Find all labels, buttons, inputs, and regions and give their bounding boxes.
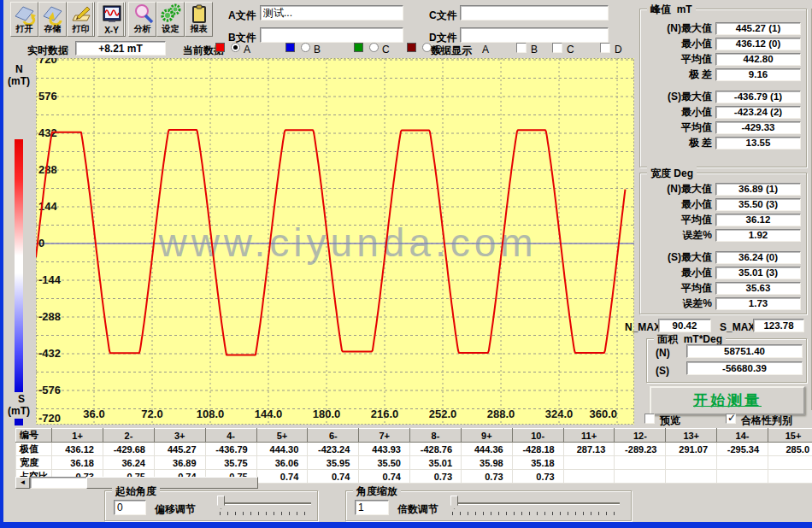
angle-zoom-title: 角度缩放 [353, 484, 401, 499]
table-cell: 36.18 [52, 456, 103, 470]
stat-value: 36.89 (1) [715, 183, 801, 196]
area-panel: 面积 mT*Deg (N) 58751.40 (S) -56680.39 [646, 338, 807, 383]
file-c-input[interactable] [460, 5, 609, 21]
stat-value: -423.24 (2) [715, 106, 801, 119]
channel-a-radio[interactable] [231, 43, 240, 52]
window-border-bottom [3, 522, 812, 528]
zoom-slider-track[interactable] [453, 502, 620, 504]
table-cell [666, 456, 717, 470]
display-d-checkbox[interactable] [600, 43, 610, 53]
x-tick-label: 216.0 [371, 408, 399, 420]
stat-row: 平均值-429.33 [644, 120, 803, 135]
toolbar-button-label: 存储 [39, 23, 66, 35]
zoom-slider-thumb[interactable] [450, 496, 458, 509]
toolbar-button-open[interactable]: 打开 [10, 2, 38, 37]
x-tick-label: 36.0 [83, 408, 104, 420]
peak-panel: 峰值 mT (N)最大值445.27 (1)最小值436.12 (0)平均值44… [639, 9, 807, 167]
stat-value: 13.55 [715, 137, 801, 150]
stat-value: 442.80 [715, 53, 801, 66]
stat-row: 极 差9.16 [644, 67, 803, 82]
table-cell: -295.34 [717, 443, 768, 456]
peak-panel-title: 峰值 mT [647, 3, 696, 17]
stat-row: (S)最大值36.24 (0) [644, 249, 803, 265]
qualify-checkbox[interactable] [726, 414, 736, 424]
toolbar-button-report[interactable]: 报表 [185, 2, 213, 37]
table-cell: 445.27 [154, 443, 205, 456]
file-a-input[interactable] [260, 5, 403, 21]
table-cell [768, 470, 812, 484]
table-cell: 444.36 [462, 443, 513, 456]
realtime-value [75, 41, 166, 56]
area-s-label: (S) [656, 365, 669, 377]
angle-zoom-input[interactable] [355, 500, 389, 515]
toolbar-button-analyze[interactable]: 分析 [128, 2, 156, 37]
display-c-checkbox[interactable] [552, 43, 562, 53]
display-b-label: B [531, 44, 538, 56]
peak-panel-rows: (N)最大值445.27 (1)最小值436.12 (0)平均值442.80极 … [640, 9, 806, 150]
stat-label: 平均值 [644, 52, 715, 67]
angle-zoom-group: 角度缩放 倍数调节 [345, 490, 632, 521]
table-row: 极值436.12-429.68445.27-436.79444.30-423.2… [16, 443, 812, 456]
table-cell: 291.07 [666, 443, 717, 456]
x-tick-label: 108.0 [197, 408, 225, 420]
table-cell: 443.93 [359, 443, 410, 456]
toolbar: 打开存储打印X-Y分析设定报表 [3, 0, 226, 38]
table-cell: -436.79 [205, 443, 256, 456]
toolbar-button-print[interactable]: 打印 [67, 2, 95, 37]
table-cell: 35.50 [359, 456, 410, 470]
table-row: 宽度36.1836.2436.8935.7536.0635.9535.5035.… [16, 456, 812, 470]
table-cell: 35.01 [409, 456, 461, 470]
offset-slider-track[interactable] [221, 502, 311, 504]
area-s-value: -56680.39 [686, 361, 803, 375]
channel-b-radio[interactable] [301, 43, 310, 52]
toolbar-button-label: 打开 [11, 23, 38, 35]
table-cell [717, 470, 768, 484]
toolbar-button-settings[interactable]: 设定 [156, 2, 185, 37]
toolbar-separator [123, 3, 125, 36]
file-b-input[interactable] [260, 27, 403, 43]
data-display-label: 数据显示 [431, 44, 472, 58]
stat-row: 极 差13.55 [644, 135, 803, 150]
toolbar-button-label: 分析 [129, 23, 156, 35]
stat-label: 极 差 [644, 67, 715, 82]
y-tick-label: -432 [38, 347, 61, 360]
start-measure-button[interactable]: 开始测量 [650, 386, 805, 415]
table-cell: 0.74 [256, 470, 308, 484]
y-tick-label: -720 [38, 412, 61, 425]
table-cell: -428.76 [409, 443, 461, 456]
stat-row: 平均值35.63 [644, 280, 803, 296]
stat-label: 平均值 [644, 120, 715, 135]
axis-n-unit: (mT) [8, 75, 30, 87]
table-cell: 287.13 [563, 443, 615, 456]
stat-label: 最小值 [644, 266, 715, 280]
toolbar-button-xy[interactable]: X-Y [97, 2, 126, 37]
x-tick-label: 72.0 [141, 408, 162, 420]
table-cell: 36.06 [256, 456, 308, 470]
file-d-input[interactable] [460, 27, 609, 43]
stat-label: 误差% [644, 228, 715, 243]
table-scroll-left-button[interactable]: ◄ [15, 477, 30, 489]
offset-slider-thumb[interactable] [217, 496, 225, 509]
table-cell: 36.24 [103, 456, 154, 470]
stat-label: 误差% [644, 296, 715, 311]
start-angle-input[interactable] [114, 500, 146, 515]
y-tick-label: 0 [38, 237, 44, 249]
table-cell: 0.73 [409, 470, 461, 484]
smax-value: 123.78 [753, 319, 804, 332]
start-angle-title: 起始角度 [112, 484, 160, 499]
y-tick-label: -576 [38, 384, 61, 396]
stat-row: 平均值36.12 [644, 212, 803, 227]
display-b-checkbox[interactable] [516, 43, 527, 53]
table-row-label: 宽度 [16, 456, 52, 470]
table-col-header: 4- [205, 429, 256, 443]
stat-value: 9.16 [715, 68, 801, 81]
preview-checkbox[interactable] [644, 414, 655, 424]
stat-value: 436.12 (0) [715, 38, 801, 50]
stat-label: (S)最大值 [644, 90, 715, 104]
x-tick-label: 288.0 [487, 408, 515, 420]
toolbar-button-save[interactable]: 存储 [38, 2, 67, 37]
chart-svg[interactable]: www.ciyunda.com7205764322881440-144-288-… [36, 58, 634, 425]
y-tick-label: 720 [38, 58, 57, 66]
channel-c-radio[interactable] [369, 43, 379, 52]
channel-b-color-swatch [285, 43, 295, 52]
